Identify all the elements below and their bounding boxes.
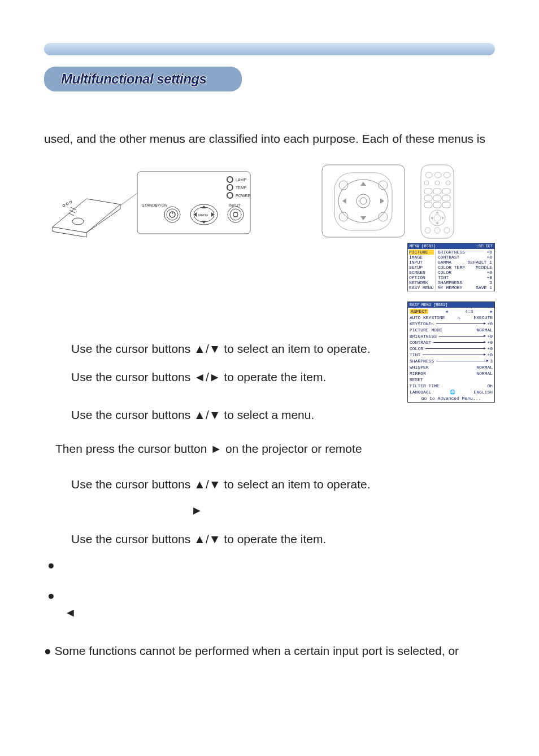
easy-menu-box: EASY MENU [RGB1] ASPECT ◀ 4:3 ▶ AUTO KEY…	[407, 301, 495, 403]
step-adv-operate: Use the cursor buttons ▲/▼ to operate th…	[71, 530, 495, 549]
temp-label: TEMP	[236, 186, 247, 190]
advmenu-item: EASY MENU	[409, 285, 434, 290]
step-adv-select-menu: Use the cursor buttons ▲/▼ to select a m…	[71, 406, 495, 425]
advmenu-header-right: :SELECT	[476, 244, 493, 248]
power-label: POWER	[236, 194, 250, 198]
intro-paragraph: used, and the other menus are classified…	[44, 130, 495, 148]
step-adv-select-item: Use the cursor buttons ▲/▼ to select an …	[71, 475, 495, 494]
svg-point-1	[63, 204, 65, 207]
easymenu-header: EASY MENU [RGB1]	[408, 302, 494, 308]
advmenu-item-picture: PICTURE	[409, 250, 434, 255]
arrow-only: ►	[191, 501, 495, 520]
svg-point-2	[66, 203, 68, 205]
bullet-2: ● ◄	[47, 589, 495, 619]
standby-label: STANDBY/ON	[142, 203, 167, 207]
svg-line-5	[120, 193, 137, 206]
lamp-label: LAMP	[236, 178, 246, 182]
advmenu-item: IMAGE	[409, 255, 434, 260]
projector-diagram: LAMP TEMP POWER STANDBY/ON	[44, 159, 258, 244]
advmenu-item: NETWORK	[409, 280, 434, 285]
advmenu-item: SETUP	[409, 265, 434, 270]
section-heading-text: Multifunctional settings	[61, 71, 206, 87]
svg-rect-4	[137, 172, 250, 234]
advanced-menu-box: MENU [RGB1] :SELECT PICTURE IMAGE INPUT …	[407, 243, 495, 291]
advmenu-header-left: MENU [RGB1]	[410, 244, 436, 248]
bullet-last: ● Some functions cannot be performed whe…	[44, 642, 495, 660]
remote-diagram	[281, 159, 495, 244]
globe-icon: 🌐	[450, 390, 455, 395]
diagram-row: LAMP TEMP POWER STANDBY/ON	[44, 159, 495, 244]
page-header-band	[44, 43, 495, 55]
easymenu-row-aspect: ASPECT ◀ 4:3 ▶	[410, 308, 493, 314]
advmenu-item: INPUT	[409, 260, 434, 265]
step-adv-press-right: Then press the cursor button ► on the pr…	[55, 440, 495, 458]
section-heading: Multifunctional settings	[44, 67, 242, 91]
menu-label: MENU	[198, 213, 208, 217]
advmenu-item: OPTION	[409, 275, 434, 280]
svg-point-3	[69, 201, 72, 203]
svg-point-0	[72, 218, 84, 225]
bullet-1: ●	[47, 558, 495, 572]
advmenu-item: SCREEN	[409, 270, 434, 275]
osd-menu-examples: MENU [RGB1] :SELECT PICTURE IMAGE INPUT …	[407, 243, 495, 403]
easymenu-footer: Go to Advanced Menu...	[410, 395, 493, 401]
